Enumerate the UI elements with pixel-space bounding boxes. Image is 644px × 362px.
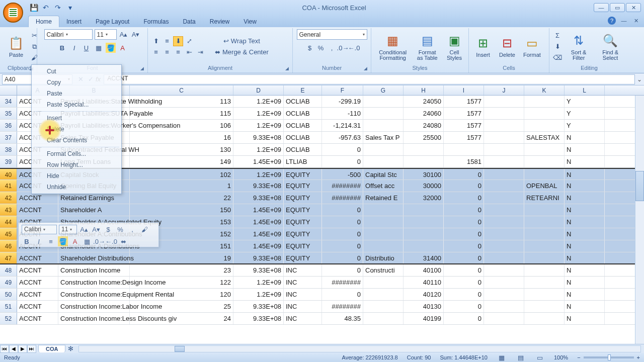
cell[interactable]: -1,214.31 (322, 120, 363, 131)
cell[interactable]: RETEARNI (524, 192, 565, 204)
cell[interactable]: EQUITY (284, 216, 322, 228)
orientation-button[interactable]: ⤢ (184, 36, 194, 46)
office-button[interactable] (3, 3, 23, 23)
cell[interactable]: ACCNT (17, 277, 58, 288)
cell[interactable]: 0 (444, 216, 484, 228)
cell[interactable] (524, 264, 565, 276)
menu-item-cut[interactable]: Cut (32, 66, 121, 77)
cell[interactable]: INC (284, 313, 322, 324)
zoom-in-button[interactable]: + (637, 354, 640, 360)
row-header[interactable]: 48 (0, 264, 17, 276)
cell[interactable] (524, 216, 565, 228)
save-icon[interactable]: 💾 (29, 3, 38, 12)
maximize-button[interactable]: ▭ (610, 3, 625, 12)
row-header[interactable]: 46 (0, 240, 17, 252)
cell[interactable] (484, 96, 524, 107)
cell[interactable]: 9.33E+08 (233, 264, 284, 276)
row-header[interactable]: 35 (0, 108, 17, 119)
row-header[interactable]: 44 (0, 216, 17, 228)
cell[interactable] (524, 169, 565, 179)
help-icon[interactable]: ? (608, 17, 616, 25)
column-header-D[interactable]: D (233, 85, 284, 95)
last-sheet-button[interactable]: ⏭ (27, 345, 36, 353)
cell[interactable] (363, 313, 404, 324)
minimize-button[interactable]: — (594, 3, 609, 12)
zoom-slider[interactable]: − + (577, 354, 640, 360)
mini-dec-dec[interactable]: ←.0 (106, 236, 116, 246)
column-header-L[interactable]: L (565, 85, 605, 95)
cell[interactable]: 1.2E+09 (233, 108, 284, 119)
comma-button[interactable]: , (327, 43, 337, 53)
expand-formula-bar-icon[interactable]: ⌄ (635, 76, 644, 83)
format-cells-button[interactable]: ▭Format (520, 34, 544, 59)
column-header-I[interactable]: I (444, 85, 484, 95)
cell[interactable] (363, 204, 404, 216)
cell[interactable]: 9.33E+08 (233, 132, 284, 143)
cell[interactable]: 0 (444, 228, 484, 240)
cell[interactable]: 1.2E+09 (233, 289, 284, 300)
row-header[interactable]: 51 (0, 301, 17, 312)
cell[interactable] (484, 120, 524, 131)
cell[interactable] (524, 144, 565, 155)
row-header[interactable]: 43 (0, 204, 17, 216)
cell[interactable] (484, 180, 524, 192)
cell[interactable]: 1.2E+09 (233, 277, 284, 288)
mini-font-color[interactable]: A (70, 236, 80, 246)
cell[interactable]: N (565, 289, 605, 300)
cell[interactable]: 0 (444, 240, 484, 252)
cell[interactable]: INC (284, 289, 322, 300)
cell[interactable]: EQUITY (284, 169, 322, 179)
cell[interactable]: 0 (444, 264, 484, 276)
align-middle-button[interactable]: ≡ (162, 36, 172, 46)
cell[interactable]: EQUITY (284, 240, 322, 252)
cell[interactable]: ACCNT (17, 204, 58, 216)
view-layout-button[interactable]: ▤ (516, 352, 526, 362)
row-header[interactable]: 49 (0, 277, 17, 288)
cell[interactable]: 9.33E+08 (233, 192, 284, 204)
cell[interactable]: ######## (322, 180, 363, 192)
cell[interactable]: OCLIAB (284, 144, 322, 155)
cell[interactable]: 150 (130, 204, 233, 216)
fill-button[interactable]: ⬇ (552, 42, 562, 52)
minimize-ribbon-icon[interactable]: — (620, 17, 628, 25)
cell[interactable] (363, 108, 404, 119)
cell[interactable]: -957.63 (322, 132, 363, 143)
mini-fill-color[interactable]: 🪣 (58, 236, 68, 246)
mini-merge[interactable]: ⬌ (118, 236, 128, 246)
cell[interactable]: 0 (444, 169, 484, 179)
cell[interactable]: ACCNT (17, 252, 58, 263)
cell[interactable] (404, 216, 444, 228)
clear-button[interactable]: ⌫ (552, 53, 562, 63)
cell[interactable]: SALESTAX (524, 132, 565, 143)
menu-item-paste[interactable]: Paste (32, 88, 121, 99)
format-as-table-button[interactable]: ▤Format as Table (413, 32, 441, 62)
cell[interactable]: Shareholder Distributions (58, 252, 130, 263)
tab-home[interactable]: Home (28, 16, 59, 27)
cell[interactable] (524, 289, 565, 300)
close-button[interactable]: ✕ (626, 3, 641, 12)
cell-styles-button[interactable]: ▣Cell Styles (443, 32, 465, 62)
cell[interactable]: Construction Income (58, 264, 130, 276)
cell[interactable]: 1577 (444, 108, 484, 119)
align-left-button[interactable]: ≡ (151, 47, 161, 57)
cell[interactable]: Shareholder A (58, 204, 130, 216)
menu-item-copy[interactable]: Copy (32, 77, 121, 88)
select-all-button[interactable] (0, 85, 17, 95)
cell[interactable]: 0 (322, 240, 363, 252)
row-header[interactable]: 47 (0, 252, 17, 263)
find-select-button[interactable]: 🔍Find & Select (595, 32, 626, 62)
row-header[interactable]: 37 (0, 132, 17, 143)
increase-decimal-button[interactable]: .0→ (338, 43, 348, 53)
cell[interactable]: LTLIAB (284, 156, 322, 167)
align-center-button[interactable]: ≡ (162, 47, 172, 57)
cell[interactable]: 0 (444, 204, 484, 216)
first-sheet-button[interactable]: ⏮ (0, 345, 9, 353)
cell[interactable]: N (565, 180, 605, 192)
cell[interactable] (524, 301, 565, 312)
italic-button[interactable]: I (69, 43, 79, 53)
cell[interactable]: Y (565, 96, 605, 107)
mini-inc-dec[interactable]: .0→ (94, 236, 104, 246)
cell[interactable]: 1.2E+09 (233, 144, 284, 155)
cell[interactable]: 9.33E+08 (233, 301, 284, 312)
bold-button[interactable]: B (57, 43, 67, 53)
